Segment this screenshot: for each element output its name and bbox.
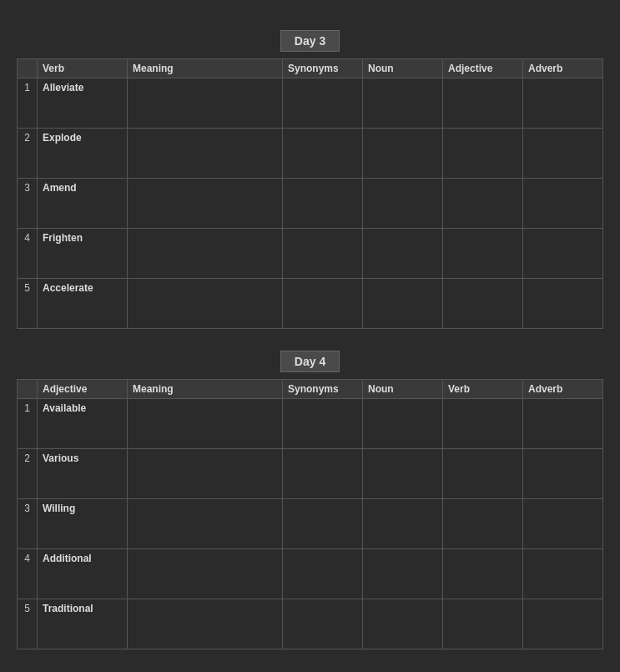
row-num: 2 <box>18 129 38 179</box>
row-noun[interactable] <box>363 499 443 549</box>
row-adjective[interactable] <box>443 229 523 279</box>
table-row: 2 Explode <box>18 129 603 179</box>
day4-table: Adjective Meaning Synonyms Noun Verb Adv… <box>17 379 603 649</box>
row-meaning[interactable] <box>128 179 283 229</box>
table-row: 1 Available <box>18 399 603 449</box>
row-noun[interactable] <box>363 179 443 229</box>
day3-title: Day 3 <box>280 30 340 52</box>
row-adverb[interactable] <box>523 129 603 179</box>
row-num: 5 <box>18 599 38 649</box>
day3-section: Day 3 Verb Meaning Synonyms Noun Adjecti… <box>17 33 603 329</box>
table-row: 5 Accelerate <box>18 279 603 329</box>
row-adverb[interactable] <box>523 279 603 329</box>
row-word: Frighten <box>38 229 128 279</box>
day3-col-noun: Noun <box>363 59 443 78</box>
row-synonyms[interactable] <box>283 179 363 229</box>
day4-col-verb: Verb <box>443 380 523 399</box>
row-word: Explode <box>38 129 128 179</box>
row-adverb[interactable] <box>523 179 603 229</box>
row-synonyms[interactable] <box>283 399 363 449</box>
row-verb[interactable] <box>443 599 523 649</box>
row-noun[interactable] <box>363 399 443 449</box>
row-noun[interactable] <box>363 449 443 499</box>
row-num: 4 <box>18 229 38 279</box>
row-meaning[interactable] <box>128 399 283 449</box>
table-row: 1 Alleviate <box>18 78 603 129</box>
row-num: 1 <box>18 78 38 129</box>
row-adverb[interactable] <box>523 499 603 549</box>
table-row: 4 Frighten <box>18 229 603 279</box>
row-word: Additional <box>38 549 128 599</box>
row-word: Amend <box>38 179 128 229</box>
row-word: Accelerate <box>38 279 128 329</box>
day4-title-container: Day 4 <box>17 354 603 369</box>
row-adverb[interactable] <box>523 549 603 599</box>
row-num: 3 <box>18 179 38 229</box>
row-synonyms[interactable] <box>283 279 363 329</box>
day3-col-verb: Verb <box>38 59 128 78</box>
row-adjective[interactable] <box>443 279 523 329</box>
row-word: Willing <box>38 499 128 549</box>
row-meaning[interactable] <box>128 499 283 549</box>
row-meaning[interactable] <box>128 449 283 499</box>
row-adverb[interactable] <box>523 599 603 649</box>
row-noun[interactable] <box>363 78 443 129</box>
row-word: Alleviate <box>38 78 128 129</box>
day3-title-container: Day 3 <box>17 33 603 48</box>
day3-table: Verb Meaning Synonyms Noun Adjective Adv… <box>17 58 603 329</box>
row-noun[interactable] <box>363 229 443 279</box>
row-meaning[interactable] <box>128 78 283 129</box>
row-num: 1 <box>18 399 38 449</box>
day3-header-row: Verb Meaning Synonyms Noun Adjective Adv… <box>18 59 603 78</box>
day4-col-synonyms: Synonyms <box>283 380 363 399</box>
table-row: 3 Amend <box>18 179 603 229</box>
row-verb[interactable] <box>443 499 523 549</box>
table-row: 5 Traditional <box>18 599 603 649</box>
row-synonyms[interactable] <box>283 129 363 179</box>
table-row: 4 Additional <box>18 549 603 599</box>
row-adverb[interactable] <box>523 78 603 129</box>
row-noun[interactable] <box>363 129 443 179</box>
day3-col-synonyms: Synonyms <box>283 59 363 78</box>
row-adjective[interactable] <box>443 129 523 179</box>
row-synonyms[interactable] <box>283 599 363 649</box>
day4-col-meaning: Meaning <box>128 380 283 399</box>
day4-col-adjective: Adjective <box>38 380 128 399</box>
day4-header-row: Adjective Meaning Synonyms Noun Verb Adv… <box>18 380 603 399</box>
day4-title: Day 4 <box>280 351 340 372</box>
row-word: Traditional <box>38 599 128 649</box>
row-synonyms[interactable] <box>283 78 363 129</box>
row-adverb[interactable] <box>523 449 603 499</box>
row-word: Various <box>38 449 128 499</box>
row-meaning[interactable] <box>128 229 283 279</box>
row-synonyms[interactable] <box>283 499 363 549</box>
row-synonyms[interactable] <box>283 229 363 279</box>
row-num: 3 <box>18 499 38 549</box>
row-num: 4 <box>18 549 38 599</box>
row-adverb[interactable] <box>523 229 603 279</box>
day4-col-noun: Noun <box>363 380 443 399</box>
row-meaning[interactable] <box>128 549 283 599</box>
day4-col-adverb: Adverb <box>523 380 603 399</box>
row-adverb[interactable] <box>523 399 603 449</box>
row-noun[interactable] <box>363 549 443 599</box>
day3-col-adjective: Adjective <box>443 59 523 78</box>
row-noun[interactable] <box>363 279 443 329</box>
row-verb[interactable] <box>443 399 523 449</box>
row-verb[interactable] <box>443 549 523 599</box>
row-word: Available <box>38 399 128 449</box>
row-synonyms[interactable] <box>283 549 363 599</box>
day3-col-adverb: Adverb <box>523 59 603 78</box>
row-meaning[interactable] <box>128 129 283 179</box>
table-row: 3 Willing <box>18 499 603 549</box>
row-synonyms[interactable] <box>283 449 363 499</box>
row-num: 2 <box>18 449 38 499</box>
row-meaning[interactable] <box>128 279 283 329</box>
row-noun[interactable] <box>363 599 443 649</box>
day3-col-meaning: Meaning <box>128 59 283 78</box>
row-adjective[interactable] <box>443 78 523 129</box>
row-verb[interactable] <box>443 449 523 499</box>
row-adjective[interactable] <box>443 179 523 229</box>
row-num: 5 <box>18 279 38 329</box>
row-meaning[interactable] <box>128 599 283 649</box>
